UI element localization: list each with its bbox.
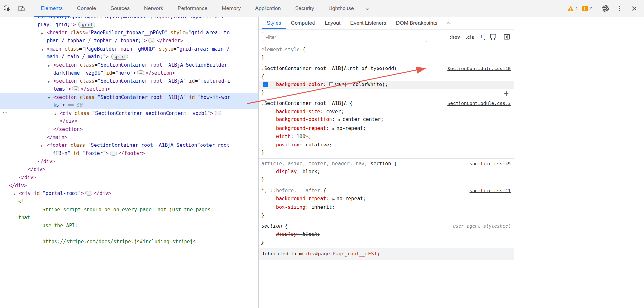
css-property-name[interactable]: width bbox=[276, 134, 291, 140]
tab-memory[interactable]: Memory bbox=[215, 0, 248, 17]
inherited-node-link[interactable]: div bbox=[306, 251, 315, 257]
css-property-name[interactable]: display bbox=[276, 169, 297, 175]
tab-application[interactable]: Application bbox=[248, 0, 288, 17]
console-warnings-badge[interactable]: 1 bbox=[567, 6, 578, 11]
dom-tree-line[interactable]: </div> bbox=[60, 117, 77, 125]
grid-badge[interactable]: grid bbox=[78, 22, 95, 28]
expand-value-icon[interactable]: ▶ bbox=[333, 127, 335, 131]
inherited-node-link[interactable]: .Page_root__cFSIj bbox=[330, 251, 380, 257]
css-property-name[interactable]: background-size bbox=[276, 109, 320, 115]
css-declaration[interactable]: background-repeat: ▶no-repeat; bbox=[259, 195, 514, 204]
dom-tree-line[interactable]: ks"> == $0 bbox=[53, 101, 83, 109]
expand-arrow-icon[interactable]: ▶ bbox=[14, 190, 19, 198]
expand-arrow-icon[interactable]: ▶ bbox=[48, 77, 53, 85]
grid-badge[interactable]: grid bbox=[111, 54, 128, 60]
dom-tree-line[interactable]: use the API: bbox=[42, 222, 78, 230]
css-declaration[interactable]: position: relative; bbox=[259, 141, 514, 149]
sidebar-tab-event-listeners[interactable]: Event Listeners bbox=[345, 17, 391, 29]
dom-tree-line[interactable]: </div> bbox=[9, 182, 27, 190]
expand-children-button[interactable]: … bbox=[85, 191, 92, 196]
dom-tree-line[interactable]: play: grid;">grid bbox=[38, 21, 95, 29]
styles-filter-input[interactable] bbox=[262, 32, 427, 42]
dom-gutter-menu[interactable]: ... bbox=[3, 108, 8, 114]
issues-badge[interactable]: ! 2 bbox=[582, 6, 592, 11]
tab-elements[interactable]: Elements bbox=[34, 0, 70, 17]
dom-tree-line[interactable]: ▶<div class="SectionContainer_sectionCon… bbox=[55, 109, 223, 117]
dom-tree-line[interactable]: tems">…</section> bbox=[53, 85, 110, 93]
new-style-rule-button[interactable]: + bbox=[479, 33, 483, 41]
expand-arrow-icon[interactable]: ▶ bbox=[55, 110, 60, 118]
css-property-name[interactable]: background-repeat bbox=[276, 125, 326, 131]
dom-tree-line[interactable]: __fTB+n" id="footer">…</footer> bbox=[47, 149, 145, 158]
dom-tree-line[interactable]: ▶<section class="SectionContainer_root__… bbox=[48, 77, 230, 85]
sidebar-tab-dom-breakpoints[interactable]: DOM Breakpoints bbox=[391, 17, 442, 29]
dom-tree-line[interactable]: main / main / main;">grid bbox=[47, 53, 128, 61]
expand-children-button[interactable]: … bbox=[110, 151, 117, 156]
expand-arrow-icon[interactable]: ▶ bbox=[48, 61, 53, 69]
sidebar-tab-layout[interactable]: Layout bbox=[320, 17, 345, 29]
dom-tree-line[interactable]: <!-- bbox=[18, 198, 30, 206]
css-property-name[interactable]: display bbox=[276, 231, 297, 237]
toggle-element-state-button[interactable]: :hov bbox=[450, 34, 460, 40]
tab-security[interactable]: Security bbox=[288, 0, 321, 17]
css-declaration[interactable]: background-repeat: ▶no-repeat; bbox=[259, 124, 514, 133]
dom-tree-line[interactable]: darkTheme__vzg9U" id="hero">…</section> bbox=[53, 69, 175, 77]
css-selector[interactable]: section { bbox=[261, 222, 288, 230]
settings-button[interactable] bbox=[598, 2, 613, 15]
stylesheet-link[interactable]: SectionCont…odule.css:3 bbox=[444, 100, 511, 108]
dom-tree-line[interactable]: ▶<section class="SectionContainer_root__… bbox=[48, 61, 230, 69]
more-tabs-button[interactable]: » bbox=[361, 5, 373, 12]
dom-tree-line[interactable]: </div> bbox=[28, 165, 45, 174]
tab-network[interactable]: Network bbox=[137, 0, 170, 17]
css-property-name[interactable]: background-color bbox=[276, 82, 323, 87]
toggle-sidebar-button[interactable] bbox=[503, 33, 511, 41]
close-devtools-button[interactable] bbox=[627, 2, 641, 15]
tab-console[interactable]: Console bbox=[70, 0, 104, 17]
dom-tree-line[interactable]: that bbox=[18, 214, 30, 222]
inherited-node-link[interactable]: #page bbox=[315, 251, 330, 257]
dom-tree-line[interactable]: </main> bbox=[47, 133, 67, 142]
css-selector[interactable]: *, ::before, ::after { bbox=[261, 187, 326, 195]
toggle-device-toolbar-button[interactable] bbox=[14, 2, 29, 15]
tab-performance[interactable]: Performance bbox=[170, 0, 215, 17]
css-declaration[interactable]: width: 100%; bbox=[259, 133, 514, 141]
expand-value-icon[interactable]: ▶ bbox=[339, 118, 341, 122]
insert-style-rule-button[interactable]: + bbox=[504, 88, 509, 97]
inspect-element-button[interactable] bbox=[0, 2, 14, 15]
css-selector[interactable]: .SectionContainer_root__A1BjA:nth-of-typ… bbox=[261, 65, 397, 73]
stylesheet-link[interactable]: sanitize.css:11 bbox=[466, 187, 511, 195]
expand-arrow-icon[interactable]: ▶ bbox=[41, 142, 47, 150]
font-editor-button[interactable] bbox=[489, 33, 497, 41]
css-selector[interactable]: element.style { bbox=[261, 46, 305, 54]
css-declaration[interactable]: display: block; bbox=[259, 168, 514, 176]
dom-tree-line[interactable]: Stripe script should be on every page, n… bbox=[42, 206, 211, 214]
css-property-name[interactable]: background-repeat bbox=[276, 196, 326, 202]
dom-tree-line[interactable]: ▶<header class="PageBuilder_topbar__pP6y… bbox=[41, 29, 230, 37]
css-declaration[interactable]: box-sizing: inherit; bbox=[259, 203, 514, 211]
css-property-name[interactable]: box-sizing bbox=[276, 204, 305, 210]
collapse-arrow-icon[interactable]: ▼ bbox=[48, 94, 53, 102]
tab-sources[interactable]: Sources bbox=[103, 0, 137, 17]
css-declaration[interactable]: ✓background-color: var(--colorWhite); bbox=[259, 81, 514, 89]
css-property-name[interactable]: background-position bbox=[276, 116, 332, 122]
dom-tree-line[interactable]: ▼<main class="PageBuilder_main__gWQRD" s… bbox=[41, 45, 230, 53]
dom-tree-line[interactable]: ▶<footer class="SectionContainer_root__A… bbox=[41, 141, 230, 149]
css-declaration[interactable]: display: block; bbox=[259, 230, 514, 239]
color-swatch[interactable] bbox=[329, 82, 333, 86]
css-property-name[interactable]: position bbox=[276, 142, 299, 148]
dom-tree-line[interactable]: https://stripe.com/docs/stripe.js#includ… bbox=[42, 238, 196, 246]
sidebar-tab-styles[interactable]: Styles bbox=[262, 17, 286, 29]
sidebar-tab-computed[interactable]: Computed bbox=[286, 17, 320, 29]
expand-arrow-icon[interactable]: ▶ bbox=[41, 29, 47, 37]
css-declaration[interactable]: background-position: ▶center center; bbox=[259, 116, 514, 124]
declaration-checkbox[interactable]: ✓ bbox=[263, 82, 268, 87]
element-classes-button[interactable]: .cls bbox=[466, 34, 474, 40]
dom-tree-line[interactable]: </div> bbox=[38, 158, 55, 166]
dom-tree-line[interactable]: ▶<div id="portal-root">…</div> bbox=[14, 190, 111, 198]
tab-lighthouse[interactable]: Lighthouse bbox=[321, 0, 361, 17]
dom-tree-line[interactable]: </div> bbox=[19, 174, 36, 182]
dom-tree-line[interactable]: us: &quot;topbar&quot; &quot;main&quot; … bbox=[38, 17, 223, 21]
expand-children-button[interactable]: … bbox=[215, 111, 222, 116]
sidebar-more-tabs-button[interactable]: » bbox=[442, 17, 454, 29]
expand-children-button[interactable]: … bbox=[148, 38, 155, 43]
